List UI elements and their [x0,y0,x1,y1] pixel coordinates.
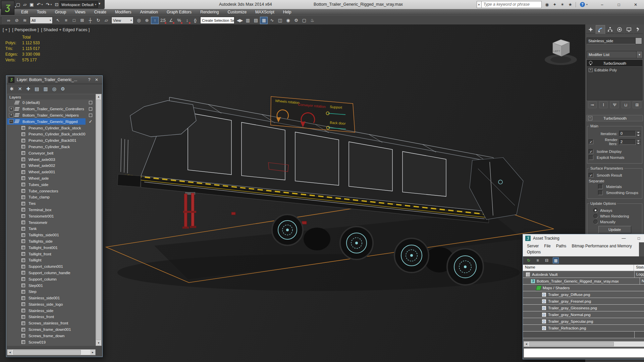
rectangular-selection-region-icon[interactable]: □ [70,17,78,24]
asset-row[interactable]: Trailer_gray_Glossiness.png Found [523,305,644,311]
use-pivot-point-icon[interactable]: ◎ [135,17,143,24]
asset-row[interactable]: Trailer_Refraction.png Found [523,325,644,331]
toolbar-grip[interactable] [1,17,3,24]
refresh-icon[interactable]: ↻ [526,257,532,263]
viewport-menu-general[interactable]: [ + ] [3,27,10,32]
layer-row[interactable]: Support_column001 [7,263,96,270]
maximize-button[interactable]: □ [631,236,644,241]
layer-current-mark[interactable] [86,119,96,124]
layer-dialog-titlebar[interactable]: Ʒ Layer: Bottom_Trailer_Generic_... ? ✕ [6,76,102,84]
viewcube[interactable]: LEFT [545,40,577,65]
menu-item[interactable]: Help [279,9,296,15]
modifier-list-dropdown[interactable]: Modifier List ▾ [587,51,643,58]
bind-to-spacewarp-icon[interactable]: ≋ [21,17,29,24]
material-editor-icon[interactable]: ◉ [284,17,292,24]
status-column-header[interactable]: Status [634,265,644,271]
layer-row[interactable]: Tank [7,226,96,232]
menu-item[interactable]: Customize [223,9,251,15]
layer-row[interactable]: Stainless_side [7,307,96,314]
align-icon[interactable]: ▥ [244,17,252,24]
layer-current-mark[interactable] [86,101,96,104]
remove-modifier-icon[interactable]: ⊔ [622,101,630,108]
expand-icon[interactable]: + [9,107,13,111]
redo-flyout-icon[interactable]: ▾ [50,0,52,9]
layer-row[interactable]: Pneumo_Cylinder_Back [7,144,96,150]
layer-row[interactable]: Support_column [7,276,96,282]
layer-row[interactable]: Screws_frame_down001 [7,326,96,333]
asset-row[interactable]: Maps / Shaders [523,285,644,291]
named-selection-sets-combo[interactable]: Create Selection Se▾ [200,17,234,24]
layer-row[interactable]: Taillights_side001 [7,232,96,238]
layer-row[interactable]: + Bottom_Trailer_Generic_Helpers [7,112,96,119]
modifier-stack-row[interactable]: TurboSmooth [587,60,642,67]
iterations-spinner[interactable] [636,131,641,136]
tab-hierarchy[interactable] [606,25,614,34]
tab-modify[interactable] [596,25,605,34]
tree-view-icon[interactable]: ⊟ [544,257,550,263]
max-logo-icon[interactable]: Ʒ [1,1,14,15]
asset-path-field[interactable] [524,348,644,358]
render-production-icon[interactable]: ♨ [308,17,316,24]
rollout-header[interactable]: − T​urboSmooth [586,115,643,121]
horizontal-scrollbar[interactable]: ◄ ► [524,341,644,347]
search-input[interactable]: Type a keyword or phrase [482,1,542,8]
help-icon[interactable]: ? [580,2,585,7]
scrollbar-thumb[interactable] [13,350,81,355]
menu-item[interactable]: Animation [136,9,162,15]
unlink-selection-icon[interactable]: ⊘ [13,17,20,24]
select-by-name-icon[interactable]: ≡ [62,17,70,24]
menu-item[interactable]: Paths [553,243,569,249]
layer-row[interactable]: Stainless_front [7,314,96,320]
search-icon[interactable]: ◉ [545,2,549,7]
asset-row[interactable]: Trailer_gray_Fresnel.png Found [523,298,644,305]
mirror-icon[interactable]: ◀▶ [236,17,244,24]
communication-center-icon[interactable]: ✶ [560,2,564,7]
when-rendering-radio[interactable] [593,214,598,218]
always-radio[interactable] [593,208,598,213]
configure-modifier-sets-icon[interactable]: ⊞ [633,101,641,108]
layer-row[interactable]: Wheel_axle [7,175,96,182]
graphite-ribbon-icon[interactable]: ▦ [260,17,268,24]
name-column-header[interactable]: Name [523,265,634,271]
asset-row[interactable]: Bottom_Trailer_Generic_Rigged_max_vray.m… [523,278,644,285]
vertical-scrollbar[interactable]: ▲ ▼ [96,94,102,346]
menu-item[interactable]: Group [51,9,70,15]
menu-item[interactable]: Views [70,9,90,15]
delete-layer-icon[interactable]: ✕ [18,86,22,92]
pin-stack-icon[interactable]: ⊸ [588,101,597,108]
object-color-swatch[interactable] [635,38,642,44]
help-button[interactable]: ? [86,77,93,82]
selection-filter-dropdown[interactable]: All▾ [30,17,53,24]
scrollbar-thumb[interactable] [96,100,101,340]
menu-item[interactable]: MAXScript [251,9,279,15]
layer-row[interactable]: Support_column_handle [7,270,96,276]
viewport-menu-pov[interactable]: [ Perspective ] [12,27,39,32]
layer-row[interactable]: Stainless_side_logo [7,301,96,308]
redo-icon[interactable]: ↷ [46,0,50,9]
find-layer-icon[interactable]: ◎ [52,86,56,92]
scroll-up-icon[interactable]: ▲ [96,94,101,99]
smooth-result-checkbox[interactable] [589,173,593,178]
edit-named-selections-icon[interactable]: {} [191,17,199,24]
scroll-down-icon[interactable]: ▼ [96,341,101,346]
menu-item[interactable]: Server [524,243,541,249]
rendered-frame-window-icon[interactable]: ▢ [300,17,308,24]
project-folder-icon[interactable]: ⊡ [55,0,58,9]
layer-row[interactable]: Screws_stainless_front [7,320,96,326]
layer-row[interactable]: Screws_frame_down [7,333,96,339]
tab-utilities[interactable] [634,25,643,34]
layer-row[interactable]: Step [7,289,96,295]
scroll-left-icon[interactable]: ◄ [524,342,529,347]
create-new-layer-icon[interactable]: ✱ [10,86,14,92]
scrollbar-thumb[interactable] [529,342,614,346]
select-and-move-icon[interactable]: ┼ [86,17,94,24]
select-layer-objects-icon[interactable]: ▤ [35,86,39,92]
select-and-rotate-icon[interactable]: ↻ [94,17,102,24]
layer-row[interactable]: Conveyor_belt [7,150,96,156]
iterations-field[interactable]: 0 [619,131,636,136]
layer-current-mark[interactable] [86,107,96,111]
window-crossing-icon[interactable]: ⊞ [78,17,86,24]
layer-row[interactable]: Screw019 [7,339,96,345]
favorites-star-icon[interactable]: ★ [568,2,572,7]
highlight-selected-layer-icon[interactable]: ▥ [43,86,48,92]
